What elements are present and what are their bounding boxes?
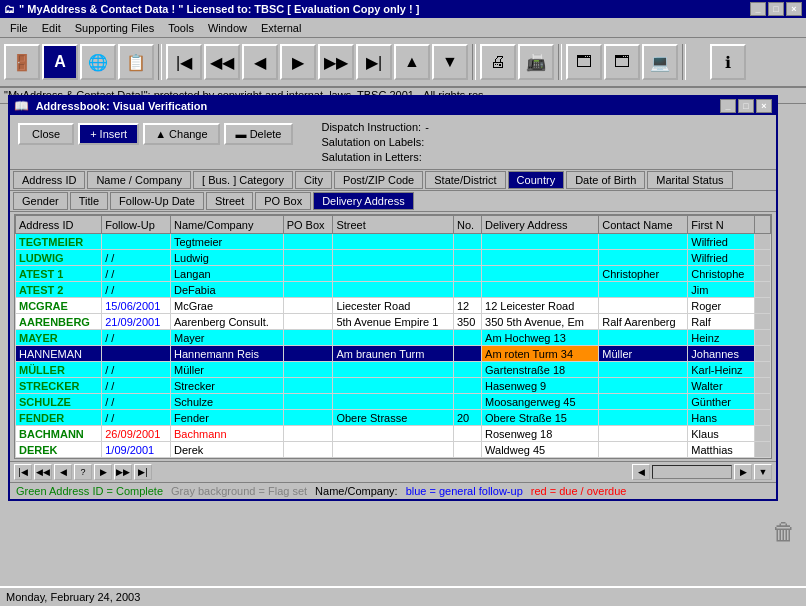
table-cell[interactable]: Hannemann Reis <box>170 346 283 362</box>
table-cell[interactable]: Langan <box>170 266 283 282</box>
tab-postzip[interactable]: Post/ZIP Code <box>334 171 423 189</box>
table-cell[interactable]: STRECKER <box>16 378 102 394</box>
table-cell[interactable] <box>755 346 771 362</box>
toolbar-btn-print[interactable]: 🖨 <box>480 44 516 80</box>
col-header-followup[interactable]: Follow-Up <box>102 216 171 234</box>
toolbar-btn-logo[interactable]: A <box>42 44 78 80</box>
delete-button[interactable]: ▬ Delete <box>224 123 294 145</box>
col-header-first[interactable]: First N <box>688 216 755 234</box>
table-cell[interactable]: Klaus <box>688 426 755 442</box>
table-cell[interactable] <box>755 330 771 346</box>
table-cell[interactable]: SCHULZE <box>16 394 102 410</box>
table-cell[interactable]: Ralf Aarenberg <box>599 314 688 330</box>
table-cell[interactable]: ATEST 2 <box>16 282 102 298</box>
table-cell[interactable] <box>283 346 333 362</box>
menu-edit[interactable]: Edit <box>36 20 67 36</box>
table-cell[interactable]: Karl-Heinz <box>688 362 755 378</box>
table-cell[interactable] <box>283 442 333 458</box>
tab-category[interactable]: [ Bus. ] Category <box>193 171 293 189</box>
inner-maximize[interactable]: □ <box>738 99 754 113</box>
col-header-no[interactable]: No. <box>453 216 481 234</box>
table-cell[interactable] <box>599 426 688 442</box>
table-cell[interactable] <box>453 266 481 282</box>
table-cell[interactable]: FENDER <box>16 410 102 426</box>
table-cell[interactable] <box>453 394 481 410</box>
table-cell[interactable]: HANNEMAN <box>16 346 102 362</box>
table-cell[interactable]: Fender <box>170 410 283 426</box>
table-cell[interactable] <box>453 234 481 250</box>
tab-delivery[interactable]: Delivery Address <box>313 192 414 210</box>
table-cell[interactable] <box>599 330 688 346</box>
table-cell[interactable]: Ludwig <box>170 250 283 266</box>
table-cell[interactable] <box>283 378 333 394</box>
trash-area[interactable]: 🗑 <box>772 518 796 546</box>
table-cell[interactable] <box>453 250 481 266</box>
table-cell[interactable] <box>599 282 688 298</box>
col-header-street[interactable]: Street <box>333 216 454 234</box>
tab-gender[interactable]: Gender <box>13 192 68 210</box>
table-cell[interactable]: 21/09/2001 <box>102 314 171 330</box>
toolbar-btn-first[interactable]: |◀ <box>166 44 202 80</box>
table-cell[interactable]: Bachmann <box>170 426 283 442</box>
table-cell[interactable]: Matthias <box>688 442 755 458</box>
maximize-button[interactable]: □ <box>768 2 784 16</box>
table-cell[interactable]: Johannes <box>688 346 755 362</box>
table-cell[interactable] <box>283 266 333 282</box>
inner-title-controls[interactable]: _ □ × <box>720 99 772 113</box>
table-cell[interactable]: 350 <box>453 314 481 330</box>
table-cell[interactable]: Tegtmeier <box>170 234 283 250</box>
table-cell[interactable] <box>333 362 454 378</box>
table-cell[interactable] <box>755 234 771 250</box>
table-cell[interactable] <box>453 282 481 298</box>
toolbar-btn-window2[interactable]: 🗔 <box>604 44 640 80</box>
table-cell[interactable]: Mayer <box>170 330 283 346</box>
table-cell[interactable] <box>453 330 481 346</box>
table-cell[interactable]: 20 <box>453 410 481 426</box>
table-cell[interactable] <box>333 266 454 282</box>
table-cell[interactable]: DeFabia <box>170 282 283 298</box>
table-cell[interactable]: Am roten Turm 34 <box>482 346 599 362</box>
toolbar-btn-play[interactable]: ▶ <box>280 44 316 80</box>
nav-scroll-left[interactable]: ◀ <box>632 464 650 480</box>
table-cell[interactable] <box>453 346 481 362</box>
table-cell[interactable]: Moosangerweg 45 <box>482 394 599 410</box>
col-header-delivery[interactable]: Delivery Address <box>482 216 599 234</box>
tab-street[interactable]: Street <box>206 192 253 210</box>
table-cell[interactable] <box>453 378 481 394</box>
table-cell[interactable]: Obere Straße 15 <box>482 410 599 426</box>
table-cell[interactable]: TEGTMEIER <box>16 234 102 250</box>
insert-button[interactable]: + Insert <box>78 123 139 145</box>
table-cell[interactable]: Hans <box>688 410 755 426</box>
table-cell[interactable]: 5th Avenue Empire 1 <box>333 314 454 330</box>
nav-question[interactable]: ? <box>74 464 92 480</box>
tab-dob[interactable]: Date of Birth <box>566 171 645 189</box>
col-header-pobox[interactable]: PO Box <box>283 216 333 234</box>
table-cell[interactable]: Wilfried <box>688 250 755 266</box>
tab-city[interactable]: City <box>295 171 332 189</box>
table-cell[interactable]: / / <box>102 250 171 266</box>
table-cell[interactable] <box>283 394 333 410</box>
table-cell[interactable]: 15/06/2001 <box>102 298 171 314</box>
table-cell[interactable]: 12 <box>453 298 481 314</box>
table-cell[interactable]: / / <box>102 282 171 298</box>
table-cell[interactable]: Aarenberg Consult. <box>170 314 283 330</box>
table-cell[interactable]: Roger <box>688 298 755 314</box>
table-cell[interactable]: Obere Strasse <box>333 410 454 426</box>
table-cell[interactable] <box>102 346 171 362</box>
table-cell[interactable] <box>599 250 688 266</box>
table-cell[interactable] <box>755 266 771 282</box>
menu-supporting-files[interactable]: Supporting Files <box>69 20 161 36</box>
table-cell[interactable] <box>283 250 333 266</box>
table-cell[interactable] <box>283 282 333 298</box>
table-cell[interactable]: Christophe <box>688 266 755 282</box>
tab-pobox[interactable]: PO Box <box>255 192 311 210</box>
table-cell[interactable] <box>333 426 454 442</box>
table-cell[interactable] <box>755 442 771 458</box>
toolbar-btn-info[interactable]: ℹ <box>710 44 746 80</box>
col-header-address-id[interactable]: Address ID <box>16 216 102 234</box>
table-cell[interactable]: Rosenweg 18 <box>482 426 599 442</box>
table-cell[interactable]: / / <box>102 362 171 378</box>
table-cell[interactable]: Am braunen Turm <box>333 346 454 362</box>
table-cell[interactable] <box>755 394 771 410</box>
toolbar-btn-up[interactable]: ▲ <box>394 44 430 80</box>
